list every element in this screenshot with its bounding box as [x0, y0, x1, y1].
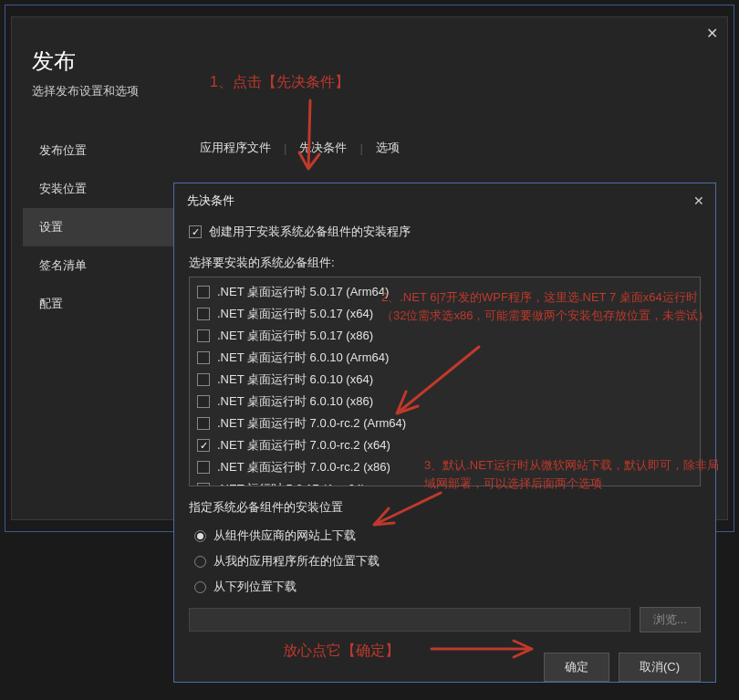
component-checkbox[interactable]: [197, 461, 210, 474]
ok-button[interactable]: 确定: [544, 653, 609, 682]
create-installer-label: 创建用于安装系统必备组件的安装程序: [209, 224, 411, 240]
path-input[interactable]: [189, 608, 630, 632]
browse-button[interactable]: 浏览...: [640, 607, 701, 632]
component-row[interactable]: .NET 桌面运行时 7.0.0-rc.2 (x64): [193, 434, 696, 456]
component-checkbox[interactable]: [197, 373, 210, 386]
sidebar-item-configure[interactable]: 配置: [23, 285, 173, 323]
component-checkbox[interactable]: [197, 417, 210, 430]
dialog-title-bar: 先决条件 ✕: [174, 183, 715, 214]
radio-label: 从组件供应商的网站上下载: [213, 528, 356, 544]
sidebar-item-label: 安装位置: [39, 182, 87, 195]
sidebar-item-label: 配置: [39, 297, 63, 310]
annotation-1: 1、点击【先决条件】: [210, 73, 349, 92]
sidebar-item-publish-location[interactable]: 发布位置: [23, 131, 173, 170]
sidebar-item-install-location[interactable]: 安装位置: [23, 170, 173, 208]
radio-row-custom[interactable]: 从下列位置下载: [189, 574, 701, 600]
component-row[interactable]: .NET 桌面运行时 6.0.10 (Arm64): [193, 347, 696, 369]
sidebar-item-settings[interactable]: 设置: [23, 208, 173, 246]
annotation-4: 放心点它【确定】: [283, 642, 400, 661]
sidebar-item-sign-manifest[interactable]: 签名清单: [23, 246, 173, 285]
top-links: 应用程序文件 | 先决条件 | 选项: [194, 138, 405, 158]
component-checkbox[interactable]: [197, 308, 210, 320]
dialog-title: 先决条件: [187, 193, 234, 209]
link-separator: |: [284, 141, 286, 155]
component-row[interactable]: .NET 桌面运行时 7.0.0-rc.2 (Arm64): [193, 413, 696, 434]
prerequisites-dialog: 先决条件 ✕ 创建用于安装系统必备组件的安装程序 选择要安装的系统必备组件: .…: [173, 183, 716, 683]
radio-app-location[interactable]: [194, 556, 206, 568]
link-separator: |: [359, 141, 362, 155]
path-row: 浏览...: [189, 607, 701, 632]
component-row[interactable]: .NET 桌面运行时 6.0.10 (x86): [193, 391, 696, 413]
component-label: .NET 桌面运行时 5.0.17 (x86): [217, 328, 373, 344]
component-checkbox[interactable]: [197, 483, 210, 486]
create-installer-row: 创建用于安装系统必备组件的安装程序: [189, 224, 701, 240]
close-icon[interactable]: ✕: [693, 193, 704, 208]
component-label: .NET 桌面运行时 6.0.10 (Arm64): [217, 350, 389, 366]
component-label: .NET 桌面运行时 7.0.0-rc.2 (x86): [217, 459, 390, 475]
component-label: .NET 运行时 5.0.17 (Arm64): [217, 481, 365, 486]
radio-row-app-location[interactable]: 从我的应用程序所在的位置下载: [189, 549, 701, 574]
component-checkbox[interactable]: [197, 351, 210, 364]
page-title: 发布: [32, 47, 76, 76]
sidebar: 发布位置 安装位置 设置 签名清单 配置: [23, 131, 173, 323]
component-label: .NET 桌面运行时 5.0.17 (x64): [217, 306, 373, 322]
component-row[interactable]: .NET 桌面运行时 5.0.17 (x86): [193, 325, 696, 347]
cancel-button[interactable]: 取消(C): [619, 653, 701, 682]
close-icon[interactable]: ✕: [706, 25, 718, 42]
components-list-label: 选择要安装的系统必备组件:: [189, 255, 701, 271]
radio-vendor-website[interactable]: [194, 530, 206, 542]
link-options[interactable]: 选项: [370, 138, 405, 158]
sidebar-item-label: 签名清单: [39, 258, 87, 272]
radio-label: 从下列位置下载: [213, 579, 297, 595]
component-label: .NET 桌面运行时 7.0.0-rc.2 (x64): [217, 437, 390, 454]
component-label: .NET 桌面运行时 6.0.10 (x64): [217, 371, 373, 388]
page-subtitle: 选择发布设置和选项: [32, 83, 139, 99]
component-label: .NET 桌面运行时 6.0.10 (x86): [217, 393, 373, 410]
component-label: .NET 桌面运行时 7.0.0-rc.2 (Arm64): [217, 415, 406, 432]
component-checkbox[interactable]: [197, 286, 210, 298]
link-app-files[interactable]: 应用程序文件: [194, 138, 276, 158]
sidebar-item-label: 发布位置: [39, 143, 87, 157]
component-label: .NET 桌面运行时 5.0.17 (Arm64): [217, 284, 389, 300]
radio-custom-location[interactable]: [194, 581, 206, 593]
link-prerequisites[interactable]: 先决条件: [294, 138, 352, 158]
create-installer-checkbox[interactable]: [189, 225, 202, 238]
component-checkbox[interactable]: [197, 439, 210, 452]
component-row[interactable]: .NET 桌面运行时 6.0.10 (x64): [193, 369, 696, 391]
sidebar-item-label: 设置: [39, 220, 63, 234]
annotation-3: 3、默认.NET运行时从微软网站下载，默认即可，除非局域网部署，可以选择后面两个…: [424, 456, 725, 492]
annotation-2: 2、.NET 6|7开发的WPF程序，这里选.NET 7 桌面x64运行时（32…: [381, 288, 717, 324]
component-checkbox[interactable]: [197, 329, 210, 342]
component-checkbox[interactable]: [197, 395, 210, 408]
radio-row-vendor[interactable]: 从组件供应商的网站上下载: [189, 523, 701, 549]
radio-label: 从我的应用程序所在的位置下载: [213, 553, 380, 569]
dialog-button-row: 确定 取消(C): [189, 653, 701, 682]
install-location-label: 指定系统必备组件的安装位置: [189, 499, 701, 516]
